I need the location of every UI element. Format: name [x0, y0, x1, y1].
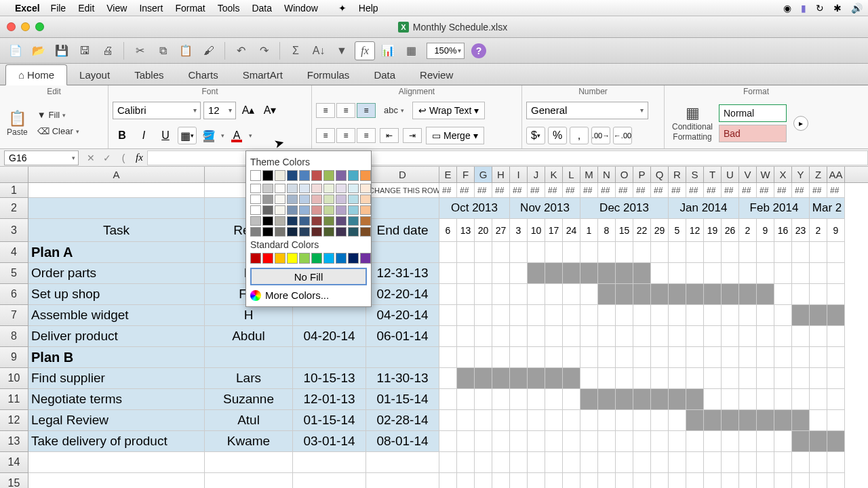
cell[interactable]	[757, 452, 774, 473]
gantt-cell[interactable]	[545, 368, 563, 389]
row-header[interactable]: 10	[0, 368, 28, 389]
gantt-cell[interactable]	[704, 368, 722, 389]
gantt-cell[interactable]	[545, 326, 563, 347]
color-swatch[interactable]	[348, 170, 359, 181]
shrink-font-icon[interactable]: A▾	[260, 102, 279, 119]
cell[interactable]: ##	[757, 183, 774, 198]
gantt-cell[interactable]	[810, 305, 827, 326]
gantt-cell[interactable]	[669, 284, 686, 305]
tab-smartart[interactable]: SmartArt	[231, 65, 295, 85]
cell[interactable]	[28, 198, 205, 219]
gantt-cell[interactable]	[774, 410, 792, 431]
new-doc-icon[interactable]: 📄	[5, 41, 26, 60]
grow-font-icon[interactable]: A▴	[239, 102, 258, 119]
start-date[interactable]: 03-01-14	[293, 431, 366, 452]
row-header[interactable]: 9	[0, 347, 28, 368]
task-name[interactable]: Take delivery of product	[28, 431, 205, 452]
status-app-icon[interactable]: ▮	[801, 3, 806, 14]
styles-more-button[interactable]: ▸	[793, 116, 808, 131]
gantt-cell[interactable]	[757, 326, 774, 347]
gantt-cell[interactable]	[704, 284, 722, 305]
gantt-cell[interactable]	[510, 326, 528, 347]
gantt-cell[interactable]	[510, 431, 528, 452]
gantt-cell[interactable]	[598, 368, 616, 389]
cell[interactable]: ##	[739, 183, 757, 198]
task-name[interactable]: Set up shop	[28, 284, 205, 305]
number-format-dropdown[interactable]: General	[526, 102, 648, 119]
percent-button[interactable]: %	[548, 127, 567, 144]
row-header[interactable]: 4	[0, 242, 28, 263]
gantt-cell[interactable]	[457, 410, 475, 431]
cell[interactable]	[739, 347, 757, 368]
row-header[interactable]: 14	[0, 452, 28, 473]
gantt-cell[interactable]	[686, 326, 704, 347]
month-header[interactable]: Oct 2013	[439, 198, 510, 219]
cell[interactable]	[457, 242, 475, 263]
gantt-cell[interactable]	[704, 431, 722, 452]
gantt-cell[interactable]	[616, 431, 633, 452]
redo-icon[interactable]: ↷	[254, 41, 274, 60]
color-swatch[interactable]	[275, 170, 285, 181]
month-header[interactable]: Dec 2013	[580, 198, 669, 219]
cell[interactable]	[580, 452, 598, 473]
cell[interactable]: ##	[475, 183, 492, 198]
cell[interactable]	[510, 347, 528, 368]
cell[interactable]	[774, 347, 792, 368]
accept-formula-icon[interactable]: ✓	[99, 150, 115, 165]
cell[interactable]	[563, 242, 580, 263]
clear-button[interactable]: ⌫Clear▾	[33, 123, 104, 140]
increase-indent-button[interactable]: ⇥	[403, 128, 422, 143]
gantt-cell[interactable]	[669, 263, 686, 284]
task-name[interactable]: Assemble widget	[28, 305, 205, 326]
week-number[interactable]: 2	[739, 219, 757, 242]
col-header[interactable]: A	[28, 167, 205, 182]
cell[interactable]	[616, 473, 633, 488]
gantt-cell[interactable]	[510, 368, 528, 389]
cell[interactable]	[545, 242, 563, 263]
responsible[interactable]: Abdul	[205, 326, 293, 347]
cell[interactable]	[293, 347, 366, 368]
week-number[interactable]: 23	[792, 219, 810, 242]
cell[interactable]	[475, 347, 492, 368]
color-swatch[interactable]	[275, 216, 285, 226]
align-bottom-button[interactable]: ≡	[357, 103, 376, 118]
gantt-cell[interactable]	[686, 368, 704, 389]
align-right-button[interactable]: ≡	[357, 128, 376, 143]
decrease-decimal-button[interactable]: ←.00	[613, 127, 632, 144]
gantt-cell[interactable]	[757, 431, 774, 452]
gantt-cell[interactable]	[616, 326, 633, 347]
gantt-cell[interactable]	[510, 389, 528, 410]
color-swatch[interactable]	[336, 195, 347, 204]
cell[interactable]: ##	[510, 183, 528, 198]
gantt-cell[interactable]	[528, 284, 545, 305]
gantt-cell[interactable]	[669, 410, 686, 431]
color-swatch[interactable]	[287, 205, 298, 215]
responsible[interactable]: Suzanne	[205, 389, 293, 410]
gantt-cell[interactable]	[686, 263, 704, 284]
cell[interactable]: ##	[810, 183, 827, 198]
menu-edit[interactable]: Edit	[78, 3, 94, 14]
cell[interactable]	[439, 452, 457, 473]
menu-insert[interactable]: Insert	[139, 3, 163, 14]
col-header[interactable]: O	[616, 167, 633, 182]
color-swatch[interactable]	[299, 205, 310, 215]
col-header[interactable]: M	[580, 167, 598, 182]
cell[interactable]	[704, 452, 722, 473]
gantt-cell[interactable]	[616, 368, 633, 389]
cell[interactable]	[633, 452, 651, 473]
paste-icon[interactable]: 📋	[176, 41, 196, 60]
gantt-cell[interactable]	[810, 389, 827, 410]
gantt-cell[interactable]	[492, 368, 510, 389]
gantt-cell[interactable]	[457, 431, 475, 452]
gantt-cell[interactable]	[757, 389, 774, 410]
gantt-cell[interactable]	[686, 410, 704, 431]
task-name[interactable]: Deliver product	[28, 326, 205, 347]
gantt-cell[interactable]	[616, 389, 633, 410]
tab-review[interactable]: Review	[408, 65, 465, 85]
cell[interactable]: ##	[633, 183, 651, 198]
cell[interactable]	[598, 347, 616, 368]
cell[interactable]: ##	[792, 183, 810, 198]
gantt-cell[interactable]	[827, 284, 845, 305]
week-number[interactable]: 13	[457, 219, 475, 242]
cell[interactable]	[28, 473, 205, 488]
